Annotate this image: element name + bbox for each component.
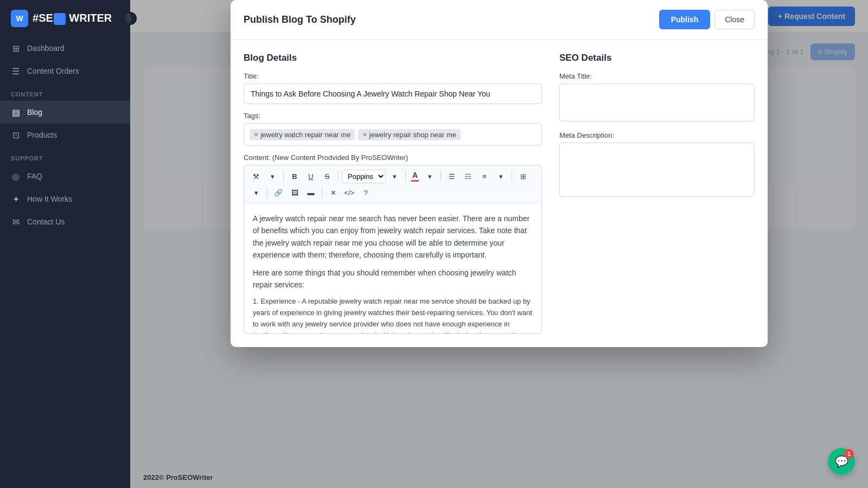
- rte-media-button[interactable]: ▬: [303, 185, 318, 200]
- modal-title: Publish Blog To Shopify: [244, 14, 356, 25]
- tag-label-1: jewelry watch repair near me: [260, 131, 350, 139]
- rte-code-button[interactable]: </>: [342, 185, 357, 200]
- modal-header: Publish Blog To Shopify Publish Close: [231, 0, 768, 40]
- modal-close-button[interactable]: Close: [714, 10, 755, 29]
- chat-badge: 1: [844, 449, 854, 459]
- rte-eraser-button[interactable]: ✕: [326, 185, 341, 200]
- title-input[interactable]: [244, 84, 542, 104]
- tag-2: × jewelry repair shop near me: [358, 129, 461, 140]
- rte-table-button[interactable]: ⊞: [515, 169, 531, 184]
- how-it-works-icon: ✦: [11, 194, 21, 204]
- rte-ordered-list-button[interactable]: ☷: [461, 169, 476, 184]
- rte-image-button[interactable]: 🖼: [287, 185, 302, 200]
- toolbar-separator-6: [267, 187, 267, 198]
- seo-details-section: SEO Details Meta Title: Meta Description…: [559, 53, 755, 334]
- rte-font-dropdown[interactable]: ▾: [387, 169, 402, 184]
- tag-1: × jewelry watch repair near me: [250, 129, 355, 140]
- meta-title-label: Meta Title:: [559, 72, 755, 80]
- blog-details-section: Blog Details Title: Tags: × jewelry watc…: [244, 53, 542, 334]
- sidebar-item-label: Products: [27, 131, 57, 139]
- chat-widget[interactable]: 💬 1: [828, 448, 855, 475]
- support-section-label: SUPPORT: [0, 146, 130, 165]
- sidebar-item-label: Contact Us: [27, 217, 65, 226]
- rte-font-color-button[interactable]: A: [409, 170, 421, 183]
- sidebar-item-faq[interactable]: ◎ FAQ: [0, 165, 130, 188]
- sidebar: W #SEO WRITER ‹ ⊞ Dashboard ☰ Content Or…: [0, 0, 130, 488]
- logo-icon: W: [11, 10, 28, 27]
- content-section-label: CONTENT: [0, 82, 130, 101]
- content-orders-icon: ☰: [11, 66, 21, 76]
- products-icon: ⊡: [11, 130, 21, 140]
- font-color-bar: [411, 180, 419, 182]
- tag-remove-2[interactable]: ×: [362, 131, 367, 138]
- toolbar-separator-3: [405, 171, 406, 182]
- content-paragraph-3: 1. Experience - A reputable jewelry watc…: [253, 296, 533, 334]
- tags-container: × jewelry watch repair near me × jewelry…: [244, 123, 542, 146]
- faq-icon: ◎: [11, 171, 21, 181]
- tag-label-2: jewelry repair shop near me: [369, 131, 456, 139]
- rte-format-button[interactable]: ⚒: [248, 169, 264, 184]
- sidebar-item-label: FAQ: [27, 172, 42, 181]
- sidebar-item-label: Blog: [27, 108, 42, 117]
- contact-us-icon: ✉: [11, 217, 21, 227]
- rte-bullet-list-button[interactable]: ☰: [444, 169, 459, 184]
- blog-details-title: Blog Details: [244, 53, 542, 63]
- tags-label: Tags:: [244, 112, 542, 120]
- rte-help-button[interactable]: ?: [358, 185, 373, 200]
- modal-publish-button[interactable]: Publish: [659, 10, 711, 29]
- toolbar-separator-7: [322, 187, 322, 198]
- rte-align-button[interactable]: ≡: [477, 169, 492, 184]
- sidebar-item-blog[interactable]: ▤ Blog: [0, 101, 130, 124]
- dashboard-icon: ⊞: [11, 43, 21, 53]
- rte-strikethrough-button[interactable]: S: [320, 169, 335, 184]
- rte-align-dropdown[interactable]: ▾: [493, 169, 508, 184]
- content-label: Content: (New Content Prodvided By ProSE…: [244, 153, 542, 162]
- sidebar-item-label: How It Works: [27, 195, 72, 203]
- rte-content-area[interactable]: A jewelry watch repair near me search ha…: [244, 204, 542, 334]
- logo-text: #SEO WRITER: [33, 12, 112, 25]
- meta-description-input[interactable]: [559, 143, 755, 197]
- rte-link-button[interactable]: 🔗: [271, 185, 286, 200]
- rte-font-select[interactable]: PoppinsArialGeorgia: [342, 170, 386, 183]
- rte-format-dropdown[interactable]: ▾: [265, 169, 280, 184]
- toolbar-separator-1: [283, 171, 284, 182]
- toolbar-separator-2: [338, 171, 339, 182]
- toolbar-separator-4: [441, 171, 441, 182]
- content-paragraph-2: Here are some things that you should rem…: [253, 267, 533, 291]
- rte-toolbar: ⚒ ▾ B U S Poppi: [244, 165, 542, 204]
- toolbar-separator-5: [512, 171, 512, 182]
- rte-underline-button[interactable]: U: [303, 169, 318, 184]
- main-content: + Request Content 51025 Showing 1 - 1 of…: [130, 0, 868, 488]
- modal-header-buttons: Publish Close: [659, 10, 755, 29]
- title-label: Title:: [244, 72, 542, 80]
- meta-title-input[interactable]: [559, 84, 755, 121]
- sidebar-item-products[interactable]: ⊡ Products: [0, 124, 130, 146]
- modal-overlay: Publish Blog To Shopify Publish Close Bl…: [130, 0, 868, 488]
- meta-description-label: Meta Description:: [559, 131, 755, 139]
- rte-font-color-dropdown[interactable]: ▾: [422, 169, 437, 184]
- modal-body: Blog Details Title: Tags: × jewelry watc…: [231, 40, 768, 347]
- sidebar-item-label: Dashboard: [27, 44, 65, 53]
- blog-icon: ▤: [11, 107, 21, 117]
- tag-remove-1[interactable]: ×: [254, 131, 258, 138]
- sidebar-item-dashboard[interactable]: ⊞ Dashboard: [0, 37, 130, 60]
- rte-bold-button[interactable]: B: [287, 169, 302, 184]
- publish-modal: Publish Blog To Shopify Publish Close Bl…: [231, 0, 768, 347]
- sidebar-item-content-orders[interactable]: ☰ Content Orders: [0, 60, 130, 82]
- seo-details-title: SEO Details: [559, 53, 755, 63]
- sidebar-item-label: Content Orders: [27, 67, 79, 75]
- content-paragraph-1: A jewelry watch repair near me search ha…: [253, 213, 533, 261]
- rte-table-dropdown[interactable]: ▾: [248, 185, 264, 200]
- app-logo: W #SEO WRITER: [0, 0, 130, 37]
- sidebar-item-how-it-works[interactable]: ✦ How It Works: [0, 188, 130, 210]
- sidebar-item-contact-us[interactable]: ✉ Contact Us: [0, 210, 130, 233]
